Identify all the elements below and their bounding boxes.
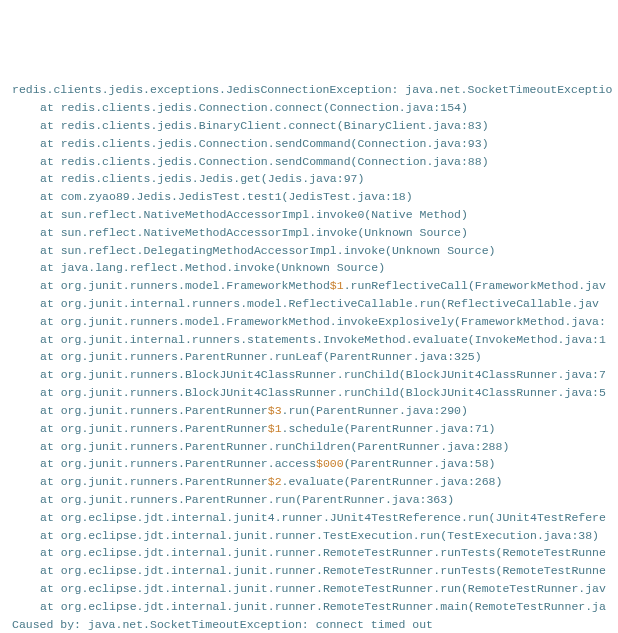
stack-frame: at org.junit.runners.ParentRunner.access… bbox=[12, 455, 606, 473]
exception-header: redis.clients.jedis.exceptions.JedisConn… bbox=[12, 81, 606, 99]
stack-frame: at org.junit.runners.BlockJUnit4ClassRun… bbox=[12, 384, 606, 402]
stack-frame: at redis.clients.jedis.BinaryClient.conn… bbox=[12, 117, 606, 135]
stacktrace-output: redis.clients.jedis.exceptions.JedisConn… bbox=[12, 81, 606, 633]
stack-frame: at sun.reflect.NativeMethodAccessorImpl.… bbox=[12, 224, 606, 242]
stack-frame: at org.junit.runners.ParentRunner.runLea… bbox=[12, 348, 606, 366]
stack-frame: at org.junit.runners.BlockJUnit4ClassRun… bbox=[12, 366, 606, 384]
stack-frame: at java.lang.reflect.Method.invoke(Unkno… bbox=[12, 259, 606, 277]
stack-frame: at redis.clients.jedis.Connection.sendCo… bbox=[12, 135, 606, 153]
stack-frame: at org.eclipse.jdt.internal.junit4.runne… bbox=[12, 509, 606, 527]
stack-frame: at org.eclipse.jdt.internal.junit.runner… bbox=[12, 580, 606, 598]
stack-frame: at org.eclipse.jdt.internal.junit.runner… bbox=[12, 544, 606, 562]
stack-frame: at redis.clients.jedis.Connection.connec… bbox=[12, 99, 606, 117]
stack-frame: at org.junit.runners.model.FrameworkMeth… bbox=[12, 277, 606, 295]
stack-frame: at redis.clients.jedis.Jedis.get(Jedis.j… bbox=[12, 170, 606, 188]
stack-frame: at org.junit.runners.ParentRunner.run(Pa… bbox=[12, 491, 606, 509]
stack-frame: at org.eclipse.jdt.internal.junit.runner… bbox=[12, 562, 606, 580]
stack-frame: at org.junit.internal.runners.statements… bbox=[12, 331, 606, 349]
stack-frame: at org.eclipse.jdt.internal.junit.runner… bbox=[12, 527, 606, 545]
stack-frame: at org.eclipse.jdt.internal.junit.runner… bbox=[12, 598, 606, 616]
stack-frame: at sun.reflect.DelegatingMethodAccessorI… bbox=[12, 242, 606, 260]
stack-frame: at sun.reflect.NativeMethodAccessorImpl.… bbox=[12, 206, 606, 224]
stack-frame: at org.junit.runners.model.FrameworkMeth… bbox=[12, 313, 606, 331]
stack-frame: at org.junit.runners.ParentRunner$1.sche… bbox=[12, 420, 606, 438]
stack-frame: at com.zyao89.Jedis.JedisTest.test1(Jedi… bbox=[12, 188, 606, 206]
stack-frame: at org.junit.runners.ParentRunner$2.eval… bbox=[12, 473, 606, 491]
stack-frame: at org.junit.runners.ParentRunner$3.run(… bbox=[12, 402, 606, 420]
caused-by-header: Caused by: java.net.SocketTimeoutExcepti… bbox=[12, 616, 606, 633]
stack-frame: at org.junit.internal.runners.model.Refl… bbox=[12, 295, 606, 313]
stack-frame: at redis.clients.jedis.Connection.sendCo… bbox=[12, 153, 606, 171]
stack-frame: at org.junit.runners.ParentRunner.runChi… bbox=[12, 438, 606, 456]
